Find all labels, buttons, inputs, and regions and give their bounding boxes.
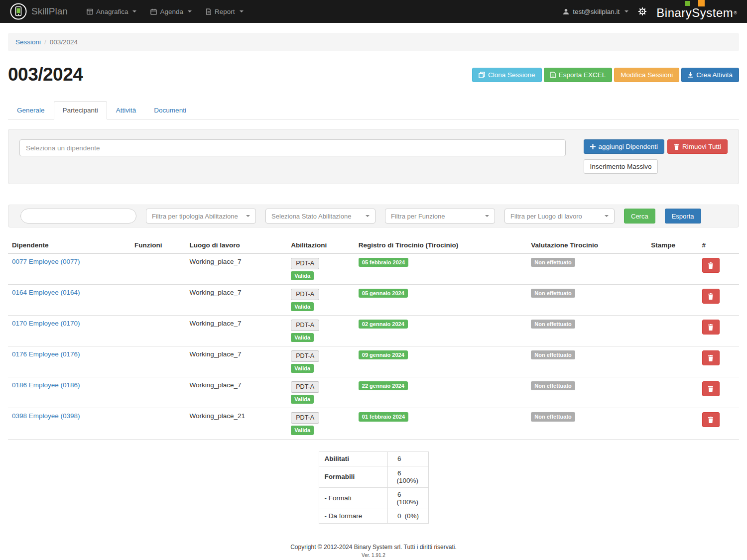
employee-link[interactable]: 0077 Employee (0077) xyxy=(12,258,80,265)
employee-link[interactable]: 0164 Employee (0164) xyxy=(12,289,80,296)
table-grid-icon xyxy=(87,8,93,15)
settings-gear-button[interactable] xyxy=(638,7,646,15)
employee-link[interactable]: 0186 Employee (0186) xyxy=(12,381,80,389)
trash-icon xyxy=(708,262,714,269)
nav-item-agenda[interactable]: Agenda xyxy=(143,0,199,23)
employee-link[interactable]: 0398 Employee (0398) xyxy=(12,412,80,420)
employee-link[interactable]: 0176 Employee (0176) xyxy=(12,350,80,358)
tab-generale[interactable]: Generale xyxy=(8,101,54,119)
filter-funzione-select[interactable]: Filtra per Funzione xyxy=(385,209,495,224)
table-row: 0164 Employee (0164) Working_place_7 PDT… xyxy=(8,285,739,316)
nav-item-anagrafica[interactable]: Anagrafica xyxy=(80,0,144,23)
valutazione-badge: Non effettuato xyxy=(531,289,575,298)
select-label: Seleziona Stato Abilitazione xyxy=(271,213,351,220)
abilitazioni-cell: PDT-A Valida xyxy=(287,316,355,346)
summary-value-cell: 0(0%) xyxy=(387,509,428,523)
skillplan-app: { "navbar": { "brand": "SkillPlan", "ite… xyxy=(0,0,747,560)
excel-file-icon xyxy=(550,72,556,78)
delete-participant-button[interactable] xyxy=(702,381,720,396)
export-excel-button[interactable]: Esporta EXCEL xyxy=(544,68,613,82)
delete-participant-button[interactable] xyxy=(702,350,720,365)
copyright-text: Copyright © 2012-2024 Binary System srl.… xyxy=(0,544,747,551)
funzioni-cell xyxy=(130,377,185,408)
table-row: 0077 Employee (0077) Working_place_7 PDT… xyxy=(8,253,739,285)
registro-date-badge: 05 febbraio 2024 xyxy=(359,258,408,267)
tab-partecipanti[interactable]: Partecipanti xyxy=(54,101,107,119)
breadcrumb-separator: / xyxy=(44,38,46,46)
filter-bar: Filtra per tipologia Abilitazione Selezi… xyxy=(8,205,739,227)
col-abilitazioni: Abilitazioni xyxy=(287,237,355,253)
summary-value-cell: 6(100%) xyxy=(387,487,428,509)
nav-item-report[interactable]: Report xyxy=(199,0,250,23)
stampe-cell xyxy=(647,285,698,316)
navbar-right: test@skillplan.it BinarySystem ® xyxy=(563,0,737,23)
funzioni-cell xyxy=(130,253,185,285)
summary-row: Formabili 6(100%) xyxy=(319,466,428,487)
employee-link[interactable]: 0170 Employee (0170) xyxy=(12,320,80,327)
stampe-cell xyxy=(647,377,698,408)
button-label: Esporta EXCEL xyxy=(559,71,606,79)
version-text: Ver. 1.91.2 xyxy=(0,553,747,558)
abilitazioni-cell: PDT-A Valida xyxy=(287,408,355,439)
export-button[interactable]: Esporta xyxy=(665,209,701,224)
tab-documenti[interactable]: Documenti xyxy=(145,101,195,119)
participants-table-wrap: Dipendente Funzioni Luogo di lavoro Abil… xyxy=(8,237,739,440)
top-navbar: SkillPlan Anagrafica Agenda Report xyxy=(0,0,747,23)
summary-value-cell: 6(100%) xyxy=(387,466,428,487)
summary-value: 6 xyxy=(393,455,401,462)
delete-participant-button[interactable] xyxy=(702,258,720,273)
filter-tipologia-abilitazione-select[interactable]: Filtra per tipologia Abilitazione xyxy=(146,209,256,224)
delete-participant-button[interactable] xyxy=(702,320,720,335)
summary-label: Formabili xyxy=(319,466,387,487)
remove-all-button[interactable]: Rimuovi Tutti xyxy=(667,139,728,154)
participants-table: Dipendente Funzioni Luogo di lavoro Abil… xyxy=(8,237,739,440)
tab-attivita[interactable]: Attività xyxy=(107,101,145,119)
valutazione-badge: Non effettuato xyxy=(531,350,575,359)
chevron-down-icon xyxy=(624,10,628,12)
table-header-row: Dipendente Funzioni Luogo di lavoro Abil… xyxy=(8,237,739,253)
summary-label: - Da formare xyxy=(319,509,387,523)
logo-text: BinarySystem xyxy=(656,6,733,20)
filter-luogo-lavoro-select[interactable]: Filtra per Luogo di lavoro xyxy=(504,209,615,224)
valutazione-badge: Non effettuato xyxy=(531,412,575,421)
button-label: Clona Sessione xyxy=(488,71,535,79)
chevron-down-icon xyxy=(366,215,370,217)
registro-date-badge: 09 gennaio 2024 xyxy=(359,350,408,359)
col-stampe: Stampe xyxy=(647,237,698,253)
valutazione-badge: Non effettuato xyxy=(531,258,575,267)
nav-item-label: Report xyxy=(215,8,235,15)
funzioni-cell xyxy=(130,316,185,346)
quick-search-input[interactable] xyxy=(20,209,136,224)
abilitazione-status-badge: Valida xyxy=(291,364,314,373)
brand-text: SkillPlan xyxy=(31,6,68,17)
binarysystem-logo: BinarySystem ® xyxy=(656,0,737,23)
search-button[interactable]: Cerca xyxy=(624,209,655,224)
user-account-menu[interactable]: test@skillplan.it xyxy=(563,8,628,15)
trash-icon xyxy=(708,355,714,361)
add-employees-button[interactable]: aggiungi Dipendenti xyxy=(584,139,664,154)
trash-icon xyxy=(674,144,679,150)
edit-sessions-button[interactable]: Modifica Sessioni xyxy=(614,68,679,82)
delete-participant-button[interactable] xyxy=(702,412,720,427)
delete-participant-button[interactable] xyxy=(702,289,720,304)
bulk-insert-button[interactable]: Inserimento Massivo xyxy=(584,159,658,174)
table-row: 0170 Employee (0170) Working_place_7 PDT… xyxy=(8,316,739,346)
abilitazione-status-badge: Valida xyxy=(291,271,314,280)
nav-item-label: Anagrafica xyxy=(96,8,128,15)
registro-date-badge: 05 gennaio 2024 xyxy=(359,289,408,298)
skillplan-logo-icon xyxy=(10,3,27,20)
stampe-cell xyxy=(647,253,698,285)
stampe-cell xyxy=(647,346,698,377)
plus-icon xyxy=(590,144,596,149)
select-label: Filtra per Funzione xyxy=(391,213,445,220)
create-activity-button[interactable]: Crea Attività xyxy=(681,68,739,82)
clone-session-button[interactable]: Clona Sessione xyxy=(472,68,542,82)
brand-link[interactable]: SkillPlan xyxy=(10,3,68,20)
trash-icon xyxy=(708,386,714,392)
luogo-cell: Working_place_7 xyxy=(185,285,287,316)
col-luogo: Luogo di lavoro xyxy=(185,237,287,253)
add-participants-panel: aggiungi Dipendenti Rimuovi Tutti Inseri… xyxy=(8,129,739,184)
breadcrumb-sessioni-link[interactable]: Sessioni xyxy=(15,38,41,46)
employee-select-input[interactable] xyxy=(19,139,566,156)
filter-stato-abilitazione-select[interactable]: Seleziona Stato Abilitazione xyxy=(265,209,375,224)
